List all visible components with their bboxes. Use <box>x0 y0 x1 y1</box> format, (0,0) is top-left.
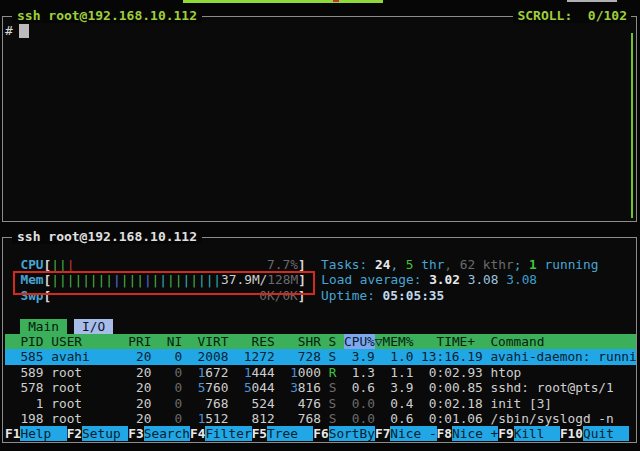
blank-line <box>5 303 636 318</box>
tab-i/o[interactable]: I/O <box>74 319 113 334</box>
meter-label: CPU <box>20 257 43 272</box>
meter-bar: | <box>113 272 121 287</box>
fkey-key[interactable]: F6 <box>313 426 328 441</box>
terminal-screen: ssh root@192.168.10.112 SCROLL: 0/102 # … <box>0 0 640 451</box>
process-row[interactable]: 578 root 20 0 5760 5044 3816 S 0.6 3.9 0… <box>5 380 636 395</box>
text-segment <box>306 272 321 287</box>
table-header: PID USER PRI NI VIRT RES SHR S CPU%▽MEM%… <box>5 334 636 349</box>
summary-text: Tasks: <box>321 257 375 272</box>
pane-shell[interactable]: ssh root@192.168.10.112 SCROLL: 0/102 # <box>2 16 637 222</box>
process-cell: 0.0 <box>352 411 375 426</box>
fkey-label[interactable]: SortBy <box>329 426 375 441</box>
summary-text: , <box>390 257 405 272</box>
meter-bar: | <box>213 272 221 287</box>
process-cell: 0.4 0:02.18 init [3] <box>375 396 552 411</box>
meter-bar: | <box>51 272 59 287</box>
process-cell <box>182 411 197 426</box>
meter-row-mem: Mem[||||||||||||||||||||||37.9M/128M] Lo… <box>5 272 636 287</box>
top-edge-gray-segment <box>567 0 617 2</box>
meter-bar: | <box>74 272 82 287</box>
meter-bar: | <box>59 272 67 287</box>
summary-text: 5 <box>406 257 414 272</box>
meter-bar: | <box>128 272 136 287</box>
process-cell: 672 <box>205 365 244 380</box>
fkey-label[interactable]: Kill <box>514 426 560 441</box>
process-row[interactable]: 585 avahi 20 0 2008 1272 728 S 3.9 1.0 1… <box>5 349 636 364</box>
summary-text: Uptime: <box>321 288 383 303</box>
htop-tabs: Main I/O <box>5 319 636 334</box>
prompt-symbol: # <box>5 23 13 38</box>
process-cell <box>182 365 197 380</box>
text-segment <box>5 272 20 287</box>
process-row[interactable]: 1 root 20 0 768 524 476 S 0.0 0.4 0:02.1… <box>5 396 636 411</box>
scrollbar[interactable] <box>631 33 633 218</box>
fkey-key[interactable]: F7 <box>375 426 390 441</box>
process-cell: 000 <box>298 365 329 380</box>
meter-bar: | <box>144 272 152 287</box>
fkey-label[interactable]: Quit <box>583 426 629 441</box>
process-cell: 444 <box>252 365 291 380</box>
summary-text: , 62 kthr <box>444 257 513 272</box>
summary-text: Load average: <box>321 272 429 287</box>
text-segment <box>5 319 20 334</box>
fkey-key[interactable]: F4 <box>190 426 205 441</box>
meter-value: 7.7% <box>267 257 298 272</box>
meter-bar: | <box>59 257 67 272</box>
sort-column-header[interactable]: CPU% <box>344 334 375 349</box>
text-segment <box>5 288 20 303</box>
text-segment <box>5 257 20 272</box>
text-segment <box>306 288 321 303</box>
meter-value: 37.9M/ <box>221 272 267 287</box>
summary-text: ; <box>514 257 529 272</box>
fkey-key[interactable]: F9 <box>498 426 513 441</box>
fkey-label[interactable]: Nice + <box>452 426 498 441</box>
meter-row-cpu: CPU[||| 7.7%] Tasks: 24, 5 thr, 62 kthr;… <box>5 257 636 272</box>
fkey-label[interactable]: Tree <box>267 426 313 441</box>
meter-bar: | <box>105 272 113 287</box>
summary-text: thr <box>414 257 445 272</box>
process-row[interactable]: 589 root 20 0 1672 1444 1000 R 1.3 1.1 0… <box>5 365 636 380</box>
process-cell: 0.0 <box>352 396 375 411</box>
pane-htop[interactable]: ssh root@192.168.10.112 CPU[||| 7.7%] Ta… <box>2 237 637 443</box>
process-cell: 512 812 768 <box>205 411 328 426</box>
fkey-key[interactable]: F1 <box>5 426 20 441</box>
process-cell: 585 avahi 20 0 2008 1272 728 S 3.9 1.0 1… <box>5 349 636 364</box>
summary-text: 3.08 <box>506 272 537 287</box>
text-segment <box>306 257 321 272</box>
summary-text: 3.08 <box>468 272 507 287</box>
fkey-key[interactable]: F10 <box>560 426 583 441</box>
shell-prompt-line[interactable]: # <box>5 23 29 38</box>
process-cell: 044 <box>252 380 291 395</box>
process-cell: 5 <box>244 380 252 395</box>
meter-bar: | <box>82 272 90 287</box>
fkey-label[interactable]: Filter <box>205 426 251 441</box>
fkey-label[interactable]: Search <box>144 426 190 441</box>
meter-bar: | <box>198 272 206 287</box>
fkey-label[interactable]: Setup <box>82 426 128 441</box>
sort-direction-icon: ▽ <box>375 334 383 349</box>
pane-title-inactive: ssh root@192.168.10.112 <box>12 229 202 244</box>
htop-screen: CPU[||| 7.7%] Tasks: 24, 5 thr, 62 kthr;… <box>5 257 636 442</box>
text-segment: ] <box>298 257 306 272</box>
column-headers: PID USER PRI NI VIRT RES SHR S <box>5 334 344 349</box>
summary-text: 24 <box>375 257 390 272</box>
text-segment: ] <box>298 288 306 303</box>
process-cell <box>336 411 351 426</box>
process-cell: 578 root 20 <box>5 380 175 395</box>
text-cursor <box>19 24 29 38</box>
fkey-label[interactable]: Help <box>20 426 66 441</box>
fkey-key[interactable]: F3 <box>128 426 143 441</box>
process-cell: 589 root 20 <box>5 365 175 380</box>
process-cell: 1.3 1.1 0:02.93 htop <box>336 365 521 380</box>
function-key-bar: F1Help F2Setup F3SearchF4FilterF5Tree F6… <box>5 426 636 441</box>
fkey-label[interactable]: Nice - <box>390 426 436 441</box>
process-cell: 760 <box>205 380 244 395</box>
summary-text: 05:05:35 <box>383 288 445 303</box>
fkey-key[interactable]: F5 <box>252 426 267 441</box>
meter-bar: | <box>136 272 144 287</box>
tab-main[interactable]: Main <box>20 319 66 334</box>
process-row[interactable]: 198 root 20 0 1512 812 768 S 0.0 0.6 0:0… <box>5 411 636 426</box>
fkey-key[interactable]: F2 <box>67 426 82 441</box>
process-cell: 0.6 0:01.06 /sbin/syslogd -n <box>375 411 614 426</box>
fkey-key[interactable]: F8 <box>437 426 452 441</box>
